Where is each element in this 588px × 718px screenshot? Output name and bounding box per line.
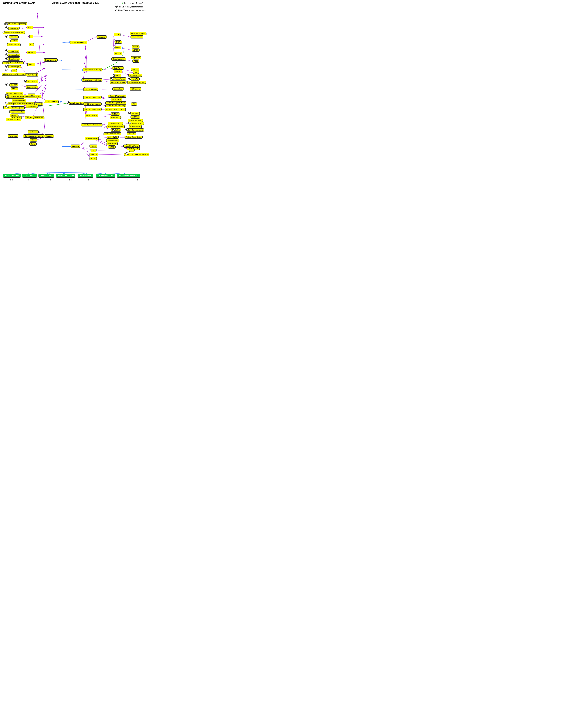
box-ros: ROS / ROS2 (26, 80, 38, 83)
box-icp: Iterative closest point (ICP) (105, 108, 126, 111)
box-image-processing: Image processing (70, 41, 87, 44)
box-keypoints: Keypoints (97, 35, 107, 39)
heart-icon-netvlad: ♥ (128, 77, 131, 80)
plus-icon-prosac: + (128, 112, 131, 114)
box-rgbd-slam: RGB-D SLAM (78, 174, 93, 177)
svg-line-11 (22, 27, 27, 28)
legend-arrow-icon: ⟵⟶ (115, 1, 123, 5)
box-lidar: LiDAR (89, 145, 97, 148)
box-factor-graph: Factor graph optimisation (25, 116, 44, 119)
box-svd: SVD (131, 103, 137, 106)
legend-plus-label: Plus - "Good to have, but not must" (118, 9, 146, 11)
header-left: Getting familiar with SLAM (3, 1, 35, 4)
box-lsh: LSH (133, 71, 139, 74)
heart-icon-lie: ♥ (112, 128, 115, 131)
box-openmp: OpenMP (9, 83, 18, 86)
box-compilers: Compilers (9, 35, 19, 39)
box-mono-slam: Monocular SLAM (3, 174, 21, 177)
box-tsdf: TSDF (30, 138, 37, 142)
box-visual-lidar-fusion: Visual-LiDAR fusion (123, 145, 140, 148)
box-point-cloud: Point cloud (27, 130, 39, 133)
box-dsa: Data structures & Algorithms (3, 31, 25, 34)
box-rgbd: RGB-D (108, 145, 116, 149)
box-outlier-rej: Outlier rejection (85, 114, 98, 117)
box-bash: Bash (Linux) (26, 73, 38, 77)
heart-icon-deep-learning: ♥ (5, 57, 8, 60)
box-system-scripts: System scripts (8, 65, 21, 68)
box-deep-slam: Deep SLAM / Localization (117, 174, 140, 177)
box-lm: Levenberg-Marquardt (127, 128, 144, 131)
box-programming: Programming (44, 58, 58, 62)
box-essential: Essential/Fundamental (108, 94, 126, 98)
box-joint-opt: Joint optimisation (11, 110, 25, 113)
box-oop: Object-Oriented Programming (4, 22, 27, 25)
box-opencv-python: opencv-python (7, 54, 20, 57)
dots-deep: ⋮⋮⋮ (124, 178, 148, 181)
dots-row: ⋮⋮⋮ ⋮⋮⋮ ⋮⋮⋮ ⋮⋮⋮ ⋮⋮⋮ ⋮⋮⋮ ⋮⋮⋮ (0, 178, 149, 181)
box-python: Python (27, 63, 35, 66)
box-lens-mtf: Lens MTF (127, 132, 136, 135)
plus-icon-android: + (5, 93, 8, 96)
arrows-svg (0, 13, 149, 185)
box-hier-loc: Hierarchical localization (127, 81, 146, 84)
plus-icon-compilers: + (5, 35, 8, 38)
box-2d3d: 2D-3D correspondence (83, 103, 102, 106)
box-convex-relax: Convex relaxation (128, 119, 143, 122)
box-m-estim: M-Estimator (110, 116, 121, 119)
box-maths-library: Maths library (26, 105, 38, 108)
box-sonar: Sonar (89, 157, 97, 160)
box-android: Android - Java / Kotlin (6, 92, 23, 95)
box-sensors: Sensors (71, 145, 80, 148)
svg-line-25 (113, 39, 114, 60)
box-local-feat: Local feature matching (83, 68, 102, 71)
box-odometry: Odometry (pose) (12, 99, 26, 102)
svg-line-96 (98, 154, 127, 155)
box-rolling-shutter: Rolling / Global shutter (125, 135, 143, 139)
box-ransac: RANSAC (111, 112, 120, 115)
dots-rgbd: ⋮⋮⋮ (82, 178, 98, 181)
legend-heart-icon: 🖤 (115, 5, 118, 8)
box-det-desc: Detector / Descriptor (130, 32, 146, 35)
box-mapping: Mapping (44, 134, 54, 138)
plus-icon-system-scripts: + (5, 65, 8, 67)
box-deep-kp: Deep Keypoints (111, 58, 126, 61)
box-occ-grid: Occupancy grid mapping (23, 134, 44, 138)
box-multi-lsh: Multi-probe LSH (128, 74, 142, 77)
plus-icon-hbst: + (113, 74, 115, 77)
box-optical-flow: Optical flow (112, 87, 124, 90)
heart-icon-ssh: ♥ (5, 69, 8, 71)
legend-plus-icon: ⊕ (115, 9, 117, 12)
box-kd-tree: Kd-Tree (131, 68, 139, 71)
box-rbrief: rBRIEF (132, 48, 140, 51)
box-ccd-cmos: CCD / CMOS (107, 135, 119, 139)
plus-icon-openmp: + (5, 83, 8, 86)
dots-mono: ⋮⋮⋮ (2, 178, 20, 181)
box-pnp: Perspective-n-Points (PnP) (105, 104, 126, 107)
box-git: Git (29, 43, 34, 46)
svg-line-36 (122, 72, 135, 72)
plus-icon-sensor-fusion: + (125, 152, 128, 155)
box-reproj: Reprojection error (108, 122, 123, 125)
box-flann: FLANN (114, 70, 122, 73)
box-deep-retrieval: Deep image retrieval (110, 81, 126, 84)
svg-line-16 (21, 85, 26, 87)
box-modern-cpp: Modern C++ (8, 27, 20, 30)
box-cpp: C++ (27, 26, 33, 29)
box-lso: Least Squares Optimisation (81, 123, 103, 126)
heart-icon-ros: ♥ (24, 80, 27, 83)
heart-icon-bow: ♥ (110, 78, 113, 80)
legend: ⟵⟶ Green arrow - "Related" 🖤 Heart - "Hi… (115, 1, 146, 12)
page-header: Getting familiar with SLAM Visual-SLAM D… (0, 0, 149, 13)
heart-icon-dsa: ♥ (2, 30, 5, 33)
box-design-patterns: Design patterns (7, 43, 21, 46)
box-cli-text: CLI text editor (e.g. Vim) + tmux (2, 72, 26, 76)
box-voxel-map: Voxel map (8, 134, 18, 138)
box-graph-plots: Graph plots (e.g. matplotlib) (2, 61, 24, 64)
svg-line-95 (98, 150, 131, 150)
heart-icon-orb: ♥ (113, 46, 115, 48)
box-orb: ORB (115, 46, 121, 49)
heart-icon-mvg: ♥ (67, 101, 70, 104)
dots-stereo: ⋮⋮⋮ (41, 178, 57, 181)
box-2d2d: 2D-2D correspondence (83, 96, 102, 99)
box-slam-problem: SLAM problem (44, 100, 59, 103)
